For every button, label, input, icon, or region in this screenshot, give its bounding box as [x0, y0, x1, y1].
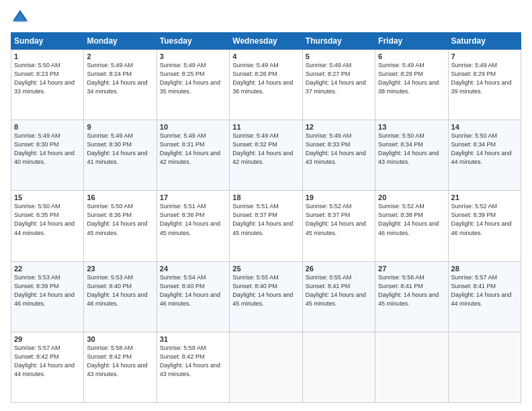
calendar-cell: 18 Sunrise: 5:51 AM Sunset: 8:37 PM Dayl… [230, 191, 302, 261]
day-header-wednesday: Wednesday [230, 33, 302, 50]
day-info: Sunrise: 5:57 AM Sunset: 8:42 PM Dayligh… [14, 344, 81, 379]
day-info: Sunrise: 5:49 AM Sunset: 8:30 PM Dayligh… [14, 132, 81, 167]
calendar-week-2: 8 Sunrise: 5:49 AM Sunset: 8:30 PM Dayli… [11, 120, 521, 191]
day-header-tuesday: Tuesday [157, 33, 229, 50]
day-number: 13 [378, 123, 445, 131]
day-info: Sunrise: 5:58 AM Sunset: 8:42 PM Dayligh… [87, 344, 153, 379]
calendar-cell: 14 Sunrise: 5:50 AM Sunset: 8:34 PM Dayl… [448, 120, 521, 191]
calendar-cell [302, 332, 375, 402]
calendar-cell: 27 Sunrise: 5:56 AM Sunset: 8:41 PM Dayl… [375, 261, 448, 332]
day-number: 14 [451, 123, 518, 131]
day-number: 12 [306, 123, 372, 131]
day-info: Sunrise: 5:49 AM Sunset: 8:27 PM Dayligh… [306, 61, 372, 96]
calendar-week-1: 1 Sunrise: 5:50 AM Sunset: 8:23 PM Dayli… [11, 50, 521, 120]
calendar-cell: 21 Sunrise: 5:52 AM Sunset: 8:39 PM Dayl… [448, 191, 521, 261]
calendar: SundayMondayTuesdayWednesdayThursdayFrid… [11, 32, 521, 403]
day-number: 26 [306, 265, 372, 273]
day-header-saturday: Saturday [448, 33, 521, 50]
day-number: 5 [306, 52, 372, 60]
calendar-cell: 17 Sunrise: 5:51 AM Sunset: 8:36 PM Dayl… [157, 191, 229, 261]
day-number: 16 [87, 193, 153, 201]
calendar-cell: 26 Sunrise: 5:55 AM Sunset: 8:41 PM Dayl… [302, 261, 375, 332]
day-info: Sunrise: 5:49 AM Sunset: 8:30 PM Dayligh… [87, 132, 153, 167]
day-header-thursday: Thursday [302, 33, 375, 50]
day-info: Sunrise: 5:49 AM Sunset: 8:31 PM Dayligh… [160, 132, 226, 167]
calendar-cell: 2 Sunrise: 5:49 AM Sunset: 8:24 PM Dayli… [84, 50, 157, 120]
calendar-cell: 24 Sunrise: 5:54 AM Sunset: 8:40 PM Dayl… [157, 261, 229, 332]
calendar-week-3: 15 Sunrise: 5:50 AM Sunset: 8:35 PM Dayl… [11, 191, 521, 261]
day-number: 7 [451, 52, 518, 60]
day-info: Sunrise: 5:49 AM Sunset: 8:32 PM Dayligh… [232, 132, 299, 167]
calendar-cell [230, 332, 302, 402]
calendar-header-row: SundayMondayTuesdayWednesdayThursdayFrid… [11, 33, 521, 50]
day-info: Sunrise: 5:52 AM Sunset: 8:39 PM Dayligh… [451, 202, 518, 237]
calendar-cell: 13 Sunrise: 5:50 AM Sunset: 8:34 PM Dayl… [375, 120, 448, 191]
day-info: Sunrise: 5:55 AM Sunset: 8:40 PM Dayligh… [232, 273, 299, 308]
day-number: 19 [306, 193, 372, 201]
calendar-cell: 1 Sunrise: 5:50 AM Sunset: 8:23 PM Dayli… [11, 50, 84, 120]
calendar-week-4: 22 Sunrise: 5:53 AM Sunset: 8:39 PM Dayl… [11, 261, 521, 332]
day-info: Sunrise: 5:49 AM Sunset: 8:24 PM Dayligh… [87, 61, 153, 96]
day-number: 3 [160, 52, 226, 60]
day-number: 18 [232, 193, 299, 201]
calendar-cell: 6 Sunrise: 5:49 AM Sunset: 8:28 PM Dayli… [375, 50, 448, 120]
calendar-cell: 22 Sunrise: 5:53 AM Sunset: 8:39 PM Dayl… [11, 261, 84, 332]
calendar-cell: 4 Sunrise: 5:49 AM Sunset: 8:26 PM Dayli… [230, 50, 302, 120]
day-number: 9 [87, 123, 153, 131]
day-number: 4 [232, 52, 299, 60]
calendar-cell: 28 Sunrise: 5:57 AM Sunset: 8:41 PM Dayl… [448, 261, 521, 332]
calendar-cell: 16 Sunrise: 5:50 AM Sunset: 8:36 PM Dayl… [84, 191, 157, 261]
day-info: Sunrise: 5:49 AM Sunset: 8:28 PM Dayligh… [378, 61, 445, 96]
day-info: Sunrise: 5:49 AM Sunset: 8:26 PM Dayligh… [232, 61, 299, 96]
day-info: Sunrise: 5:53 AM Sunset: 8:40 PM Dayligh… [87, 273, 153, 308]
day-info: Sunrise: 5:49 AM Sunset: 8:29 PM Dayligh… [451, 61, 518, 96]
day-header-monday: Monday [84, 33, 157, 50]
page: SundayMondayTuesdayWednesdayThursdayFrid… [0, 0, 532, 411]
day-number: 17 [160, 193, 226, 201]
logo [11, 8, 32, 27]
day-number: 25 [232, 265, 299, 273]
calendar-cell: 11 Sunrise: 5:49 AM Sunset: 8:32 PM Dayl… [230, 120, 302, 191]
calendar-week-5: 29 Sunrise: 5:57 AM Sunset: 8:42 PM Dayl… [11, 332, 521, 402]
day-number: 1 [14, 52, 81, 60]
day-number: 2 [87, 52, 153, 60]
day-info: Sunrise: 5:50 AM Sunset: 8:35 PM Dayligh… [14, 202, 81, 237]
day-info: Sunrise: 5:52 AM Sunset: 8:37 PM Dayligh… [306, 202, 372, 237]
day-number: 31 [160, 335, 226, 343]
calendar-cell: 10 Sunrise: 5:49 AM Sunset: 8:31 PM Dayl… [157, 120, 229, 191]
day-info: Sunrise: 5:57 AM Sunset: 8:41 PM Dayligh… [451, 273, 518, 308]
calendar-cell: 8 Sunrise: 5:49 AM Sunset: 8:30 PM Dayli… [11, 120, 84, 191]
day-number: 22 [14, 265, 81, 273]
day-number: 6 [378, 52, 445, 60]
calendar-cell: 25 Sunrise: 5:55 AM Sunset: 8:40 PM Dayl… [230, 261, 302, 332]
day-number: 20 [378, 193, 445, 201]
logo-icon [11, 8, 30, 27]
day-number: 8 [14, 123, 81, 131]
day-info: Sunrise: 5:50 AM Sunset: 8:34 PM Dayligh… [451, 132, 518, 167]
day-info: Sunrise: 5:50 AM Sunset: 8:34 PM Dayligh… [378, 132, 445, 167]
calendar-cell: 31 Sunrise: 5:59 AM Sunset: 8:42 PM Dayl… [157, 332, 229, 402]
calendar-cell: 5 Sunrise: 5:49 AM Sunset: 8:27 PM Dayli… [302, 50, 375, 120]
calendar-cell [375, 332, 448, 402]
day-number: 28 [451, 265, 518, 273]
day-info: Sunrise: 5:56 AM Sunset: 8:41 PM Dayligh… [378, 273, 445, 308]
day-number: 10 [160, 123, 226, 131]
calendar-cell: 9 Sunrise: 5:49 AM Sunset: 8:30 PM Dayli… [84, 120, 157, 191]
calendar-cell: 3 Sunrise: 5:49 AM Sunset: 8:25 PM Dayli… [157, 50, 229, 120]
day-header-sunday: Sunday [11, 33, 84, 50]
calendar-cell: 29 Sunrise: 5:57 AM Sunset: 8:42 PM Dayl… [11, 332, 84, 402]
calendar-cell: 30 Sunrise: 5:58 AM Sunset: 8:42 PM Dayl… [84, 332, 157, 402]
day-number: 21 [451, 193, 518, 201]
day-number: 24 [160, 265, 226, 273]
day-info: Sunrise: 5:49 AM Sunset: 8:25 PM Dayligh… [160, 61, 226, 96]
day-number: 30 [87, 335, 153, 343]
day-info: Sunrise: 5:51 AM Sunset: 8:37 PM Dayligh… [232, 202, 299, 237]
calendar-cell: 20 Sunrise: 5:52 AM Sunset: 8:38 PM Dayl… [375, 191, 448, 261]
calendar-cell: 23 Sunrise: 5:53 AM Sunset: 8:40 PM Dayl… [84, 261, 157, 332]
calendar-cell: 15 Sunrise: 5:50 AM Sunset: 8:35 PM Dayl… [11, 191, 84, 261]
day-header-friday: Friday [375, 33, 448, 50]
day-info: Sunrise: 5:50 AM Sunset: 8:23 PM Dayligh… [14, 61, 81, 96]
header [11, 8, 521, 27]
calendar-cell [448, 332, 521, 402]
calendar-cell: 19 Sunrise: 5:52 AM Sunset: 8:37 PM Dayl… [302, 191, 375, 261]
